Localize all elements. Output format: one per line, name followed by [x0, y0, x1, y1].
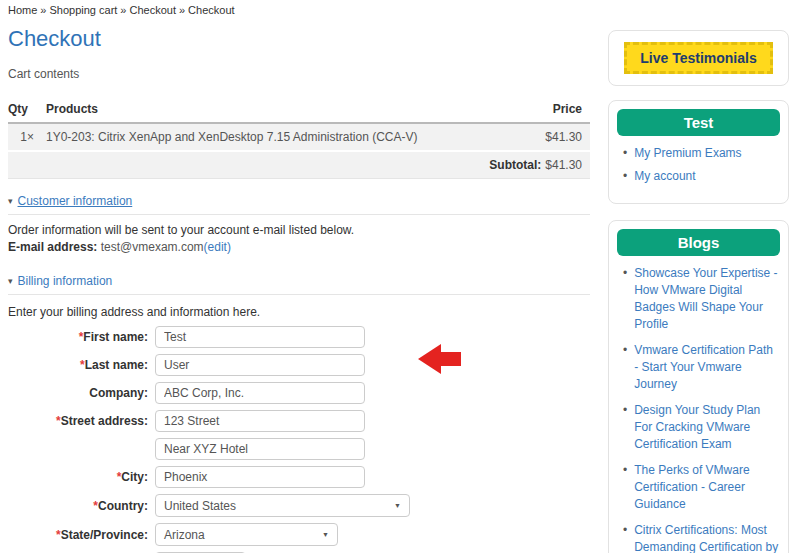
list-item: • Citrix Certifications: Most Demanding …	[623, 522, 780, 553]
bullet-icon: •	[623, 402, 627, 453]
form-row-street-address: *Street address:	[8, 410, 590, 432]
billing-note: Enter your billing address and informati…	[8, 305, 590, 319]
bullet-icon: •	[623, 522, 627, 553]
country-select[interactable]: United States ▼	[155, 494, 410, 517]
customer-information-toggle[interactable]: Customer information	[18, 194, 133, 208]
billing-information-toggle[interactable]: Billing information	[18, 274, 113, 288]
form-row-city: *City:	[8, 466, 590, 488]
main-column: Home»Shopping cart»Checkout»Checkout Che…	[8, 0, 590, 553]
cart-row-price: $41.30	[492, 130, 582, 144]
blog-link-4[interactable]: The Perks of VMware Certification - Care…	[634, 462, 780, 513]
form-row-first-name: *First name:	[8, 326, 590, 348]
bullet-icon: •	[623, 265, 627, 333]
company-input[interactable]	[155, 382, 365, 404]
cart-table-row: 1× 1Y0-203: Citrix XenApp and XenDesktop…	[8, 124, 590, 152]
section-divider	[8, 294, 590, 295]
form-row-street-address-2	[8, 438, 590, 460]
list-item: • Showcase Your Expertise - How VMware D…	[623, 265, 780, 333]
company-label: Company:	[8, 386, 155, 400]
arrow-tail	[440, 352, 461, 366]
breadcrumb-shopping-cart[interactable]: Shopping cart	[49, 4, 117, 16]
breadcrumb-checkout[interactable]: Checkout	[129, 4, 175, 16]
account-box: Test • My Premium Exams • My account	[608, 100, 789, 204]
cart-table-header: Qty Products Price	[8, 98, 590, 124]
list-item: • My Premium Exams	[623, 145, 780, 161]
sidebar: Live Testimonials Test • My Premium Exam…	[608, 30, 789, 553]
cart-table: Qty Products Price 1× 1Y0-203: Citrix Xe…	[8, 98, 590, 179]
breadcrumb-home[interactable]: Home	[8, 4, 37, 16]
arrow-head-icon	[418, 344, 441, 374]
cart-subtotal-row: Subtotal: $41.30	[8, 152, 590, 179]
cart-row-product: 1Y0-203: Citrix XenApp and XenDesktop 7.…	[42, 130, 492, 144]
form-row-last-name: *Last name:	[8, 354, 590, 376]
blog-link-1[interactable]: Showcase Your Expertise - How VMware Dig…	[634, 265, 780, 333]
email-label: E-mail address:	[8, 240, 97, 254]
blog-link-2[interactable]: Vmware Certification Path - Start Your V…	[634, 342, 780, 393]
street-address-input[interactable]	[155, 410, 365, 432]
page-title: Checkout	[8, 26, 590, 52]
state-label: *State/Province:	[8, 528, 155, 542]
chevron-down-icon: ▼	[322, 531, 329, 538]
breadcrumb-separator: »	[179, 4, 185, 16]
my-premium-exams-link[interactable]: My Premium Exams	[634, 145, 741, 161]
last-name-input[interactable]	[155, 354, 365, 376]
blog-link-3[interactable]: Design Your Study Plan For Cracking VMwa…	[634, 402, 780, 453]
products-header: Products	[42, 102, 492, 116]
form-row-company: Company:	[8, 382, 590, 404]
account-box-title: Test	[617, 109, 780, 136]
cart-contents-label: Cart contents	[8, 67, 590, 81]
last-name-label: *Last name:	[8, 358, 155, 372]
blog-link-5[interactable]: Citrix Certifications: Most Demanding Ce…	[634, 522, 780, 553]
testimonials-box: Live Testimonials	[608, 30, 789, 86]
bullet-icon: •	[623, 145, 627, 161]
city-label: *City:	[8, 470, 155, 484]
street-address-label: *Street address:	[8, 414, 155, 428]
first-name-label: *First name:	[8, 330, 155, 344]
city-input[interactable]	[155, 466, 365, 488]
form-row-country: *Country: United States ▼	[8, 494, 590, 517]
email-line: E-mail address: test@vmexam.com(edit)	[8, 240, 590, 254]
qty-header: Qty	[8, 102, 42, 116]
edit-email-link[interactable]: (edit)	[204, 240, 231, 254]
street-address-2-input[interactable]	[155, 438, 365, 460]
list-item: • Design Your Study Plan For Cracking VM…	[623, 402, 780, 453]
section-divider	[8, 214, 590, 215]
order-info-note: Order information will be sent to your a…	[8, 223, 590, 237]
billing-form: *First name: *Last name: Company: *Stree…	[8, 326, 590, 553]
triangle-down-icon: ▾	[8, 277, 13, 286]
list-item: • Vmware Certification Path - Start Your…	[623, 342, 780, 393]
price-header: Price	[492, 102, 582, 116]
country-label: *Country:	[8, 499, 155, 513]
state-selected-value: Arizona	[164, 528, 322, 542]
form-row-state: *State/Province: Arizona ▼	[8, 523, 590, 546]
bullet-icon: •	[623, 168, 627, 184]
breadcrumb: Home»Shopping cart»Checkout»Checkout	[8, 4, 590, 16]
first-name-input[interactable]	[155, 326, 365, 348]
bullet-icon: •	[623, 462, 627, 513]
subtotal-label: Subtotal:	[489, 158, 541, 172]
state-select[interactable]: Arizona ▼	[155, 523, 338, 546]
email-value: test@vmexam.com	[101, 240, 204, 254]
red-arrow-pointer	[418, 344, 462, 374]
blogs-box: Blogs • Showcase Your Expertise - How VM…	[608, 220, 789, 553]
bullet-icon: •	[623, 342, 627, 393]
cart-row-qty: 1×	[8, 130, 42, 144]
checkout-page: Home»Shopping cart»Checkout»Checkout Che…	[0, 0, 800, 553]
blogs-box-title: Blogs	[617, 229, 780, 256]
list-item: • My account	[623, 168, 780, 184]
breadcrumb-current: Checkout	[188, 4, 234, 16]
my-account-link[interactable]: My account	[634, 168, 695, 184]
breadcrumb-separator: »	[40, 4, 46, 16]
breadcrumb-separator: »	[120, 4, 126, 16]
country-selected-value: United States	[164, 499, 394, 513]
subtotal-value: $41.30	[545, 158, 582, 172]
chevron-down-icon: ▼	[394, 502, 401, 509]
list-item: • The Perks of VMware Certification - Ca…	[623, 462, 780, 513]
triangle-down-icon: ▾	[8, 197, 13, 206]
live-testimonials-button[interactable]: Live Testimonials	[624, 42, 772, 74]
